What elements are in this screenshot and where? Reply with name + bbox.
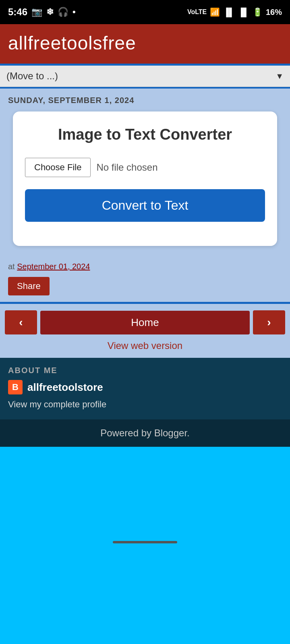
wifi-icon: 📶	[210, 7, 220, 17]
convert-to-text-button[interactable]: Convert to Text	[25, 189, 265, 222]
file-input-row: Choose File No file chosen	[25, 158, 265, 177]
about-section: ABOUT ME B allfreetoolstore View my comp…	[0, 358, 290, 419]
status-bar: 5:46 📷 ❄ 🎧 • VoLTE 📶 ▐▌ ▐▌ 🔋 16%	[0, 0, 290, 24]
card-title: Image to Text Converter	[25, 126, 265, 143]
signal-icon: ▐▌	[223, 8, 234, 17]
chevron-down-icon: ▼	[276, 72, 284, 81]
header: allfreetoolsfree	[0, 24, 290, 64]
view-web-version-link[interactable]: View web version	[5, 340, 285, 358]
post-footer: at September 01, 2024 Share	[0, 257, 290, 302]
home-indicator	[113, 541, 177, 543]
bottom-area	[0, 447, 290, 551]
status-time: 5:46	[8, 6, 27, 18]
dot-icon: •	[72, 7, 76, 17]
prev-button[interactable]: ‹	[5, 310, 37, 334]
converter-card: Image to Text Converter Choose File No f…	[13, 111, 277, 246]
camera-icon: 📷	[31, 7, 42, 17]
post-at-row: at September 01, 2024	[8, 262, 282, 271]
battery-icon: 🔋	[253, 7, 263, 17]
next-button[interactable]: ›	[253, 310, 285, 334]
date-section: SUNDAY, SEPTEMBER 1, 2024 Image to Text …	[0, 89, 290, 257]
dropdown-label: (Move to ...)	[6, 70, 58, 82]
about-username[interactable]: allfreetoolstore	[27, 381, 103, 394]
dropdown-bar[interactable]: (Move to ...) ▼	[0, 66, 290, 87]
nav-section: ‹ Home › View web version	[0, 304, 290, 358]
home-button[interactable]: Home	[40, 311, 250, 334]
choose-file-button[interactable]: Choose File	[25, 158, 91, 177]
status-right: VoLTE 📶 ▐▌ ▐▌ 🔋 16%	[187, 7, 282, 17]
no-file-label: No file chosen	[96, 162, 157, 173]
powered-text: Powered by Blogger.	[100, 427, 189, 438]
battery-percent: 16%	[266, 8, 282, 17]
signal2-icon: ▐▌	[238, 8, 249, 17]
blogger-icon: B	[8, 380, 23, 394]
headphones-icon: 🎧	[58, 7, 68, 17]
view-profile-link[interactable]: View my complete profile	[8, 399, 106, 409]
powered-section: Powered by Blogger.	[0, 419, 290, 447]
at-text: at	[8, 262, 17, 271]
post-date-link[interactable]: September 01, 2024	[17, 262, 90, 271]
site-title: allfreetoolsfree	[8, 33, 136, 54]
snowflake-icon: ❄	[46, 7, 54, 17]
volte-icon: VoLTE	[187, 8, 207, 16]
date-label: SUNDAY, SEPTEMBER 1, 2024	[8, 96, 134, 105]
share-button[interactable]: Share	[8, 277, 50, 295]
about-label: ABOUT ME	[8, 366, 282, 375]
about-user-row: B allfreetoolstore	[8, 380, 282, 394]
nav-row: ‹ Home ›	[5, 310, 285, 334]
